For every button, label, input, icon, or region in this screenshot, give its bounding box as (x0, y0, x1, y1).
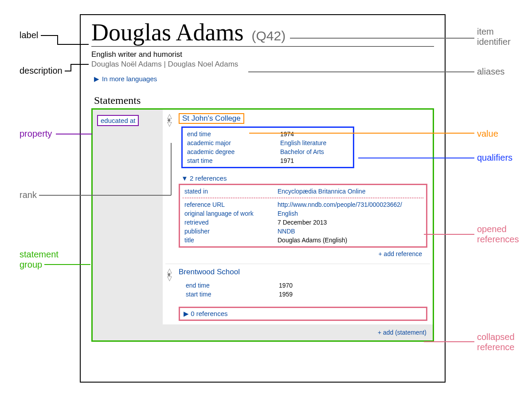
reference-row: titleDouglas Adams (English) (180, 236, 426, 245)
reference-row: reference URLhttp://www.nndb.com/people/… (180, 200, 426, 209)
reference-value[interactable]: NNDB (278, 228, 295, 235)
statement-value-block: △●▽ St John's College end time1974academ… (163, 110, 433, 264)
key-value-row: start time1971 (183, 156, 353, 165)
reference-key[interactable]: title (184, 237, 278, 244)
property-column: educated at (93, 110, 163, 340)
item-description: English writer and humorist (91, 50, 434, 59)
qualifier-key[interactable]: start time (186, 291, 279, 298)
more-languages-label: In more languages (102, 75, 157, 83)
qualifier-value: 1970 (279, 282, 293, 289)
chevron-right-icon: ▶ (184, 310, 189, 317)
qualifier-key[interactable]: academic degree (187, 148, 280, 155)
reference-value: Douglas Adams (English) (278, 237, 347, 244)
key-value-row: end time1970 (181, 281, 354, 290)
reference-key[interactable]: original language of work (184, 210, 278, 217)
annotation-qualifiers: qualifiers (477, 153, 512, 163)
reference-key[interactable]: publisher (184, 228, 278, 235)
annotation-collapsed-reference: collapsedreference (477, 332, 515, 352)
key-value-row: end time1974 (183, 130, 353, 138)
annotation-label: label (20, 30, 38, 40)
reference-key[interactable]: stated in (184, 188, 278, 195)
title-row: Douglas Adams (Q42) (91, 19, 434, 47)
annotation-rank: rank (20, 190, 37, 200)
annotation-statement-group: statementgroup (20, 249, 59, 270)
statement-group-footer: + add (statement) (163, 324, 433, 340)
rank-selector[interactable]: △●▽ (167, 269, 172, 280)
qualifier-value: 1959 (279, 291, 293, 298)
annotation-property: property (20, 129, 52, 139)
reference-key[interactable]: retrieved (184, 219, 278, 226)
item-identifier: (Q42) (252, 28, 286, 43)
qualifier-value[interactable]: Bachelor of Arts (280, 148, 324, 155)
chevron-down-icon: ▼ (181, 174, 188, 182)
item-aliases: Douglas Noël Adams | Douglas Noel Adams (91, 60, 434, 69)
qualifier-value[interactable]: English literature (280, 139, 326, 146)
references-toggle-open[interactable]: ▼ 2 references (181, 174, 427, 182)
more-languages-toggle[interactable]: ▶In more languages (94, 75, 434, 83)
annotation-item-identifier: itemidentifier (477, 27, 511, 47)
annotation-value: value (477, 129, 498, 139)
qualifiers-box: end time1974academic majorEnglish litera… (181, 126, 354, 168)
reference-value: 7 December 2013 (278, 219, 327, 226)
rank-selector[interactable]: △●▽ (167, 114, 172, 126)
annotation-description: description (20, 66, 63, 76)
qualifiers-box: end time1970start time1959 (181, 279, 354, 300)
chevron-right-icon: ▶ (94, 75, 99, 83)
item-page-frame: Douglas Adams (Q42) English writer and h… (80, 14, 446, 383)
statement-value-block: △●▽ Brentwood School end time1970start t… (163, 264, 433, 324)
qualifier-key[interactable]: end time (187, 130, 280, 138)
reference-value[interactable]: Encyclopædia Britannica Online (278, 188, 365, 195)
add-statement-link[interactable]: + add (statement) (378, 329, 426, 336)
references-toggle-collapsed[interactable]: ▶ 0 references (179, 307, 427, 321)
add-reference-link[interactable]: + add reference (179, 248, 427, 260)
key-value-row: academic majorEnglish literature (183, 138, 353, 147)
qualifier-value: 1974 (280, 130, 294, 138)
reference-row: retrieved7 December 2013 (180, 218, 426, 227)
reference-separator (183, 198, 423, 198)
key-value-row: start time1959 (181, 290, 354, 299)
statements-heading: Statements (94, 95, 437, 107)
reference-row: original language of workEnglish (180, 209, 426, 218)
qualifier-key[interactable]: end time (186, 282, 279, 289)
reference-row: publisherNNDB (180, 227, 426, 236)
qualifier-key[interactable]: start time (187, 157, 280, 164)
reference-row: stated inEncyclopædia Britannica Online (180, 187, 426, 196)
statement-group: educated at △●▽ St John's College end ti… (91, 108, 434, 342)
values-column: △●▽ St John's College end time1974academ… (163, 110, 433, 340)
reference-key[interactable]: reference URL (184, 201, 278, 208)
statement-value-link[interactable]: Brentwood School (179, 268, 240, 276)
references-opened: stated inEncyclopædia Britannica Onliner… (179, 184, 427, 248)
property-link[interactable]: educated at (97, 115, 139, 126)
key-value-row: academic degreeBachelor of Arts (183, 147, 353, 156)
reference-value[interactable]: http://www.nndb.com/people/731/000023662… (278, 201, 402, 208)
item-label: Douglas Adams (91, 19, 244, 46)
annotation-aliases: aliases (477, 67, 505, 77)
qualifier-key[interactable]: academic major (187, 139, 280, 146)
statement-value-link[interactable]: St John's College (179, 113, 244, 124)
reference-value[interactable]: English (278, 210, 298, 217)
qualifier-value: 1971 (280, 157, 294, 164)
annotation-opened-references: openedreferences (477, 224, 519, 245)
